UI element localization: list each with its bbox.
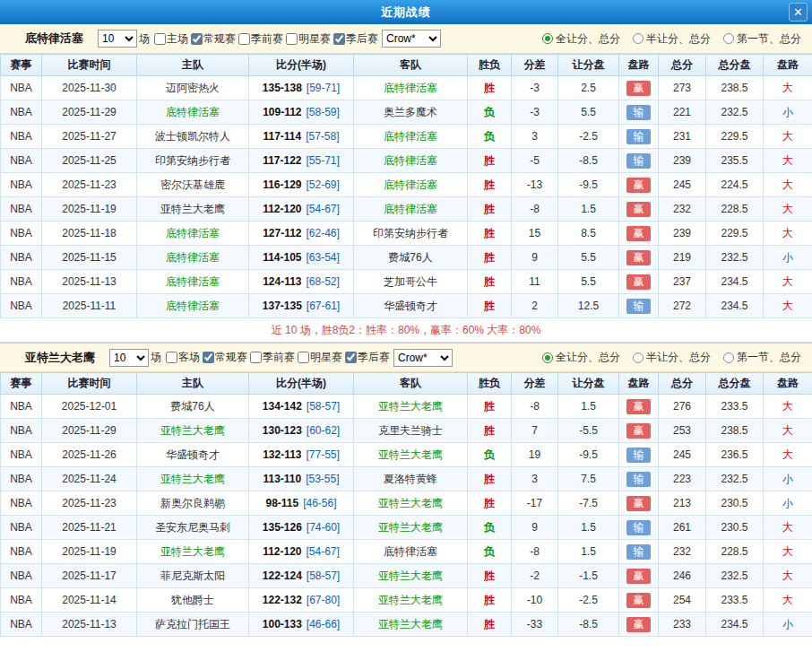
column-header: 赛事 — [1, 55, 42, 76]
games-count-select[interactable]: 10 — [98, 30, 137, 48]
handicap-result-badge: 赢 — [626, 250, 651, 265]
close-icon[interactable]: ✕ — [789, 3, 808, 22]
final-score: 122-132 — [263, 594, 302, 606]
point-diff-cell: 11 — [512, 270, 558, 294]
total-line-cell: 228.5 — [706, 540, 764, 564]
total-line-cell: 238.5 — [706, 76, 764, 100]
handicap-result-cell: 输 — [619, 125, 659, 149]
handicap-result-badge: 输 — [626, 544, 651, 560]
score-cell: 98-115[46-56] — [249, 491, 354, 516]
handicap-result-badge: 输 — [626, 129, 651, 144]
handicap-result-cell: 赢 — [619, 222, 659, 246]
radio-input[interactable] — [633, 33, 644, 44]
team-section: 亚特兰大老鹰10场客场常规赛季前赛明星赛季后赛Crow*全让分、总分半让分、总分… — [0, 343, 812, 637]
filter-checkbox-5[interactable]: 季后赛 — [331, 31, 378, 47]
filter-radio-2[interactable]: 半让分、总分 — [633, 350, 711, 365]
filter-checkbox-5[interactable]: 季后赛 — [342, 350, 390, 365]
odds-mode-select[interactable]: Crow* — [382, 30, 441, 48]
league-cell: NBA — [1, 588, 42, 613]
score-cell: 117-122[55-71] — [249, 149, 354, 173]
dialog-titlebar: 近期战绩 ✕ — [0, 0, 812, 24]
filter-radio-2[interactable]: 半让分、总分 — [633, 31, 711, 47]
score-cell: 135-138[59-71] — [249, 76, 354, 100]
away-team-cell: 底特律活塞 — [354, 76, 468, 100]
handicap-result-badge: 赢 — [626, 593, 651, 608]
point-diff-cell: -10 — [512, 588, 558, 613]
checkbox-input[interactable] — [238, 33, 250, 45]
filter-checkbox-3[interactable]: 季前赛 — [247, 350, 295, 365]
filter-checkbox-4[interactable]: 明星赛 — [283, 31, 331, 47]
league-cell: NBA — [1, 564, 42, 588]
score-cell: 122-124[58-57] — [249, 564, 354, 588]
handicap-line-cell: 12.5 — [558, 294, 619, 318]
home-team-cell: 费城76人 — [137, 395, 249, 419]
filter-checkbox-2[interactable]: 常规赛 — [188, 31, 236, 47]
game-row: NBA2025-11-17菲尼克斯太阳122-124[58-57]亚特兰大老鹰胜… — [1, 564, 812, 588]
filter-checkbox-3[interactable]: 季前赛 — [236, 31, 283, 47]
score-cell: 122-132[67-80] — [249, 588, 354, 613]
filter-checkbox-1[interactable]: 客场 — [163, 350, 200, 365]
home-team-cell: 亚特兰大老鹰 — [137, 540, 249, 564]
filter-bar: 底特律活塞10场主场常规赛季前赛明星赛季后赛Crow*全让分、总分半让分、总分第… — [0, 24, 812, 54]
win-loss-cell: 胜 — [468, 76, 512, 100]
radio-input[interactable] — [542, 33, 553, 44]
total-points-cell: 273 — [659, 76, 706, 100]
filter-radio-1[interactable]: 全让分、总分 — [542, 31, 620, 47]
handicap-line-cell: 1.5 — [558, 540, 619, 564]
checkbox-input[interactable] — [154, 33, 166, 45]
checkbox-input[interactable] — [345, 352, 357, 363]
total-points-cell: 254 — [659, 588, 706, 613]
league-cell: NBA — [1, 149, 42, 173]
home-team-cell: 波士顿凯尔特人 — [137, 125, 249, 149]
radio-input[interactable] — [723, 352, 734, 363]
checkbox-input[interactable] — [286, 33, 298, 45]
checkbox-input[interactable] — [191, 33, 203, 45]
handicap-result-badge: 输 — [626, 299, 651, 314]
away-team-cell: 底特律活塞 — [354, 125, 468, 149]
filter-radio-3[interactable]: 第一节、总分 — [723, 31, 801, 47]
league-cell: NBA — [1, 197, 42, 222]
league-cell: NBA — [1, 443, 42, 467]
filter-checkbox-1[interactable]: 主场 — [151, 31, 188, 47]
win-loss-cell: 胜 — [468, 149, 512, 173]
checkbox-input[interactable] — [166, 352, 177, 363]
win-loss-cell: 胜 — [468, 173, 512, 197]
home-team-cell: 菲尼克斯太阳 — [137, 564, 249, 588]
score-cell: 130-123[60-62] — [249, 419, 354, 443]
filter-radio-3[interactable]: 第一节、总分 — [723, 350, 801, 365]
away-team-cell: 底特律活塞 — [354, 197, 468, 222]
over-under-cell: 大 — [764, 395, 812, 419]
checkbox-label: 常规赛 — [203, 31, 236, 47]
filter-radio-1[interactable]: 全让分、总分 — [542, 350, 620, 365]
halftime-score: [63-54] — [307, 251, 340, 264]
radio-input[interactable] — [633, 352, 644, 363]
final-score: 98-115 — [265, 497, 298, 509]
date-cell: 2025-11-30 — [42, 76, 137, 100]
filter-checkbox-2[interactable]: 常规赛 — [200, 350, 247, 365]
point-diff-cell: 15 — [512, 222, 558, 246]
total-line-cell: 229.5 — [706, 125, 764, 149]
filter-checkbox-4[interactable]: 明星赛 — [295, 350, 342, 365]
games-suffix-label: 场 — [139, 31, 150, 47]
checkbox-input[interactable] — [333, 33, 345, 45]
score-cell: 117-114[57-58] — [249, 125, 354, 149]
checkbox-input[interactable] — [250, 352, 262, 363]
radio-input[interactable] — [542, 352, 553, 363]
radio-input[interactable] — [723, 33, 734, 44]
games-count-select[interactable]: 10 — [109, 349, 149, 367]
odds-mode-select[interactable]: Crow* — [393, 349, 453, 367]
total-line-cell: 232.5 — [706, 564, 764, 588]
away-team-cell: 印第安纳步行者 — [354, 222, 468, 246]
handicap-line-cell: 8.5 — [558, 222, 619, 246]
game-row: NBA2025-11-29亚特兰大老鹰130-123[60-62]克里夫兰骑士胜… — [1, 419, 812, 443]
halftime-score: [52-69] — [307, 178, 340, 191]
game-row: NBA2025-12-01费城76人134-142[58-57]亚特兰大老鹰胜-… — [1, 395, 812, 419]
score-cell: 116-129[52-69] — [249, 173, 354, 197]
home-team-cell: 新奥尔良鹈鹕 — [137, 491, 249, 516]
win-loss-cell: 胜 — [468, 588, 512, 613]
league-cell: NBA — [1, 419, 42, 443]
checkbox-input[interactable] — [203, 352, 214, 363]
win-loss-cell: 负 — [468, 100, 512, 125]
total-line-cell: 234.5 — [706, 613, 764, 637]
checkbox-input[interactable] — [298, 352, 309, 363]
